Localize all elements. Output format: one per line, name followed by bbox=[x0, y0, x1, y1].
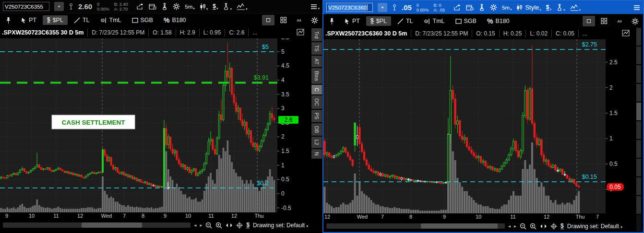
gadget-sidebar-cropped[interactable] bbox=[636, 28, 641, 231]
studies-flask-icon[interactable] bbox=[478, 4, 485, 11]
trendline-tool-button[interactable]: TL bbox=[393, 16, 417, 26]
sidebar-tab-ps[interactable]: PS bbox=[311, 110, 322, 122]
sidebar-tab-cropped[interactable] bbox=[636, 140, 641, 159]
timeframe-dropdown[interactable]: 5m▾ bbox=[185, 4, 195, 10]
calendar-events-icon[interactable] bbox=[466, 4, 474, 11]
sidebar-tab-cropped[interactable] bbox=[636, 196, 641, 215]
header-more[interactable]: ... bbox=[578, 30, 591, 37]
zoom-in-icon[interactable] bbox=[215, 222, 222, 229]
apply-all-button[interactable]: All bbox=[613, 16, 626, 26]
sidebar-tab-cropped[interactable] bbox=[636, 65, 641, 84]
studies-flask-icon[interactable] bbox=[161, 3, 168, 10]
grid-layout-button[interactable] bbox=[277, 15, 290, 25]
svg-text:1.5: 1.5 bbox=[281, 148, 289, 154]
sidebar-tab-c[interactable]: C bbox=[311, 85, 322, 94]
symbol-dropdown-button[interactable]: ▾ bbox=[378, 3, 387, 12]
sidebar-tab-btns[interactable]: Btns bbox=[311, 68, 322, 84]
pin-toolbar-button[interactable] bbox=[325, 16, 338, 26]
zoom-out-icon[interactable] bbox=[520, 223, 526, 230]
sidebar-tab-trd[interactable]: Trd bbox=[311, 28, 322, 41]
pin-toolbar-button[interactable] bbox=[2, 15, 15, 25]
strategy-dropdown[interactable]: ▾ bbox=[570, 4, 581, 11]
menu-icon[interactable] bbox=[633, 5, 640, 11]
last-price: 2.60 bbox=[78, 2, 92, 11]
sidebar-tab-db[interactable]: DB bbox=[311, 123, 322, 136]
pan-left-icon[interactable]: ◂ bbox=[194, 222, 196, 228]
sidebar-tab-at[interactable]: AT bbox=[311, 56, 322, 68]
pointer-tool-button[interactable]: PT bbox=[17, 15, 41, 25]
header-more[interactable]: ... bbox=[248, 29, 261, 36]
header-chart-icon[interactable] bbox=[297, 29, 304, 37]
zoom-out-icon[interactable] bbox=[205, 222, 212, 229]
share-icon[interactable] bbox=[453, 4, 461, 11]
candlestick-chart-right[interactable]: 2.521.510.50$2.75$0.15Lo: 0.020.05 bbox=[323, 39, 636, 213]
crosshair-icon[interactable] bbox=[236, 222, 243, 229]
sidebar-tab-oc[interactable]: OC bbox=[311, 95, 322, 109]
sgb-tool-button[interactable]: SGB bbox=[128, 15, 157, 25]
maximize-cell-button[interactable] bbox=[583, 16, 595, 26]
apply-all-button[interactable]: All bbox=[293, 15, 305, 25]
study-set-dropdown[interactable]: ▾ bbox=[223, 3, 232, 10]
symbol-input[interactable]: V250723C6360 bbox=[326, 3, 373, 12]
sidebar-tab-cropped[interactable] bbox=[636, 159, 641, 177]
spl-tool-button[interactable]: $$PL bbox=[366, 16, 391, 26]
panel-settings-gear-icon[interactable] bbox=[308, 15, 321, 25]
chart-scrollbar[interactable] bbox=[3, 222, 191, 228]
spl-tool-button[interactable]: $$PL bbox=[43, 15, 68, 25]
maximize-cell-button[interactable] bbox=[262, 15, 274, 25]
price-overlay-dropdown[interactable]: $▾ bbox=[213, 4, 218, 10]
scrollbar-thumb[interactable] bbox=[82, 222, 142, 228]
timeline-tool-button[interactable]: TmL bbox=[96, 15, 126, 25]
sidebar-tab-n[interactable]: N bbox=[311, 149, 322, 159]
panel-settings-gear-icon[interactable] bbox=[629, 16, 641, 26]
chart-scrollbar[interactable] bbox=[326, 223, 505, 229]
b180-tool-button[interactable]: %B180 bbox=[159, 15, 191, 25]
share-icon[interactable] bbox=[136, 3, 144, 10]
calendar-events-icon[interactable] bbox=[149, 3, 156, 10]
strategy-dropdown[interactable]: ▾ bbox=[237, 3, 248, 10]
candlestick-chart-left[interactable]: 5.554.543.532.521.510.50-0.5$5$3.91$0.2C… bbox=[0, 38, 311, 212]
price-overlay-dropdown[interactable]: $▾ bbox=[546, 5, 551, 11]
pointer-tool-button[interactable]: PT bbox=[340, 16, 364, 26]
zoom-in-icon[interactable] bbox=[530, 223, 537, 230]
study-set-dropdown[interactable]: ▾ bbox=[556, 4, 565, 11]
chart-style-dropdown[interactable]: Style▾ bbox=[516, 4, 541, 11]
sidebar-tab-cropped[interactable] bbox=[636, 28, 641, 47]
settings-gear-icon[interactable] bbox=[490, 4, 497, 11]
symbol-link-icon[interactable] bbox=[69, 3, 73, 10]
timeframe-dropdown[interactable]: 5m▾ bbox=[502, 5, 512, 11]
settings-gear-icon[interactable] bbox=[173, 3, 180, 10]
sidebar-tab-l2[interactable]: L2 bbox=[311, 137, 322, 148]
sidebar-tab-cropped[interactable] bbox=[636, 84, 641, 103]
symbol-link-icon[interactable] bbox=[392, 4, 397, 11]
crosshair-icon[interactable] bbox=[550, 223, 557, 230]
drawing-set-selector[interactable]: Drawing set: Default ▾ bbox=[253, 222, 308, 229]
chart-style-dropdown[interactable]: ▾ bbox=[200, 3, 208, 10]
timeline-tool-button[interactable]: TmL bbox=[419, 16, 449, 26]
menu-icon[interactable]: ▾ bbox=[310, 4, 320, 10]
sidebar-tab-cropped[interactable] bbox=[636, 177, 641, 196]
sidebar-tab-cropped[interactable] bbox=[636, 103, 641, 121]
time-axis-label: 7 bbox=[381, 214, 384, 220]
scrollbar-thumb[interactable] bbox=[421, 223, 498, 229]
expand-horizontal-icon[interactable] bbox=[226, 223, 233, 228]
pan-right-icon[interactable]: ▸ bbox=[200, 222, 202, 228]
pan-right-icon[interactable]: ▸ bbox=[514, 223, 516, 229]
header-chart-icon[interactable] bbox=[622, 30, 630, 38]
trendline-tool-button[interactable]: TL bbox=[70, 15, 94, 25]
b180-tool-button[interactable]: %B180 bbox=[483, 16, 514, 26]
symbol-input[interactable]: V250723C6355 bbox=[3, 2, 49, 11]
sidebar-tab-cropped[interactable] bbox=[636, 121, 641, 140]
sidebar-tab-ts[interactable]: TS bbox=[311, 42, 322, 54]
grid-layout-button[interactable] bbox=[598, 16, 610, 26]
sgb-tool-label: SGB bbox=[141, 17, 153, 23]
expand-horizontal-icon[interactable] bbox=[540, 224, 547, 229]
symbol-dropdown-button[interactable]: ▾ bbox=[54, 2, 64, 11]
price-tool-icon[interactable]: $ bbox=[561, 223, 564, 229]
drawing-set-selector[interactable]: Drawing set: Default ▾ bbox=[567, 223, 622, 230]
sidebar-tab-cropped[interactable] bbox=[636, 47, 641, 65]
price-tool-icon[interactable]: $ bbox=[246, 222, 250, 228]
dollar-underline-icon: $ bbox=[370, 18, 374, 24]
sgb-tool-button[interactable]: SGB bbox=[451, 16, 481, 26]
pan-left-icon[interactable]: ◂ bbox=[508, 223, 511, 229]
